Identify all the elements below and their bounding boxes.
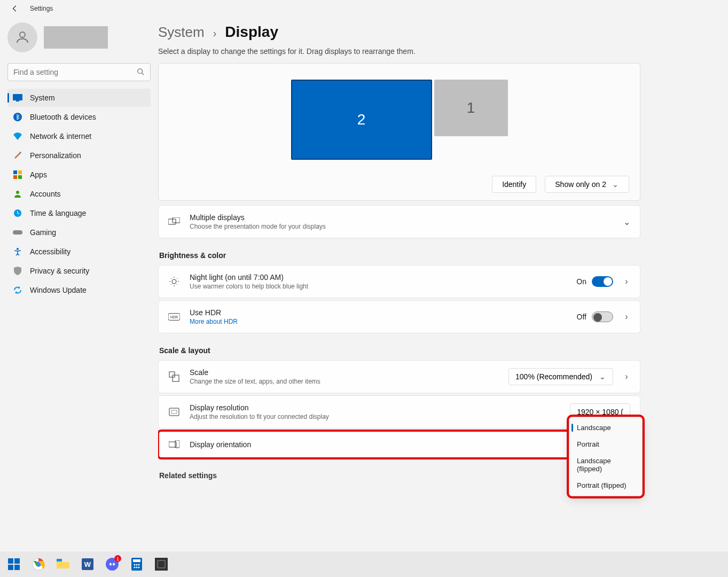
bluetooth-icon: [13, 112, 22, 122]
search-input[interactable]: [7, 63, 151, 81]
svg-rect-9: [13, 175, 17, 179]
back-button[interactable]: [11, 4, 19, 13]
section-scale: Scale & layout: [159, 346, 640, 355]
page-subhead: Select a display to change the settings …: [158, 47, 640, 56]
card-scale[interactable]: Scale Change the size of text, apps, and…: [158, 360, 640, 393]
nav-item-apps[interactable]: Apps: [7, 166, 151, 184]
night-light-toggle[interactable]: [592, 276, 613, 287]
game-icon[interactable]: [154, 557, 169, 572]
card-title: Use HDR: [190, 308, 567, 317]
dropdown-item-portrait[interactable]: Portrait: [569, 436, 642, 453]
card-title: Scale: [190, 368, 499, 377]
projection-dropdown[interactable]: Show only on 2 ⌄: [545, 176, 629, 193]
dropdown-item-landscape-flipped[interactable]: Landscape (flipped): [569, 453, 642, 477]
svg-rect-31: [171, 410, 177, 414]
profile-block[interactable]: [7, 22, 151, 52]
nav-item-privacy[interactable]: Privacy & security: [7, 262, 151, 280]
svg-point-48: [134, 564, 136, 566]
chevron-right-icon: ›: [623, 278, 630, 285]
nav-label: Accounts: [30, 190, 61, 198]
card-title: Night light (on until 7:00 AM): [190, 273, 567, 282]
file-explorer-icon[interactable]: [56, 557, 71, 572]
svg-rect-7: [13, 170, 17, 174]
calculator-icon[interactable]: [129, 557, 144, 572]
nav-item-accessibility[interactable]: Accessibility: [7, 243, 151, 261]
svg-point-49: [136, 564, 138, 566]
chrome-icon[interactable]: [31, 557, 46, 572]
nav-label: Gaming: [30, 228, 56, 237]
nav-label: Time & language: [30, 209, 86, 217]
svg-point-50: [138, 564, 140, 566]
card-title: Multiple displays: [190, 213, 613, 222]
nav-item-time[interactable]: Time & language: [7, 204, 151, 222]
svg-rect-34: [8, 558, 13, 564]
nav-item-network[interactable]: Network & internet: [7, 127, 151, 145]
nav-item-bluetooth[interactable]: Bluetooth & devices: [7, 108, 151, 126]
scale-select[interactable]: 100% (Recommended) ⌄: [508, 368, 613, 385]
nav-item-gaming[interactable]: Gaming: [7, 223, 151, 241]
hdr-link[interactable]: More about HDR: [190, 318, 567, 325]
svg-point-44: [109, 563, 112, 566]
card-multiple-displays[interactable]: Multiple displays Choose the presentatio…: [158, 205, 640, 238]
svg-rect-30: [169, 408, 179, 416]
hdr-toggle[interactable]: [592, 311, 613, 322]
card-resolution[interactable]: Display resolution Adjust the resolution…: [158, 395, 640, 428]
svg-text:HDR: HDR: [170, 315, 178, 319]
monitor-1[interactable]: 1: [434, 80, 508, 136]
word-icon[interactable]: W: [80, 557, 95, 572]
nav-item-update[interactable]: Windows Update: [7, 281, 151, 299]
card-night-light[interactable]: Night light (on until 7:00 AM) Use warme…: [158, 265, 640, 298]
paintbrush-icon: [13, 151, 22, 160]
nav-item-personalization[interactable]: Personalization: [7, 146, 151, 165]
update-icon: [13, 285, 22, 295]
breadcrumb-parent[interactable]: System: [158, 24, 205, 41]
scale-icon: [168, 371, 180, 383]
discord-icon[interactable]: 1: [105, 557, 120, 572]
nav-item-accounts[interactable]: Accounts: [7, 185, 151, 203]
resolution-value: 1920 × 1080 (: [577, 408, 623, 416]
dropdown-item-landscape[interactable]: Landscape: [569, 419, 642, 436]
card-title: Display resolution: [190, 403, 560, 412]
svg-line-24: [177, 278, 177, 279]
display-arrange-panel: 2 1 Identify Show only on 2 ⌄: [158, 63, 640, 201]
svg-rect-4: [16, 100, 19, 102]
accessibility-icon: [13, 247, 22, 256]
monitor-layout[interactable]: 2 1: [169, 80, 629, 176]
card-orientation[interactable]: Display orientation: [158, 431, 640, 458]
svg-point-17: [172, 279, 176, 284]
shield-icon: [13, 266, 22, 276]
svg-text:W: W: [84, 560, 91, 568]
svg-rect-36: [8, 565, 13, 570]
card-sub: Adjust the resolution to fit your connec…: [190, 413, 560, 420]
svg-line-2: [142, 73, 144, 75]
taskbar: W 1: [0, 551, 728, 577]
start-button[interactable]: [6, 557, 21, 572]
clock-icon: [13, 208, 22, 218]
monitor-2[interactable]: 2: [291, 80, 432, 160]
svg-line-23: [177, 284, 177, 285]
svg-line-25: [171, 284, 171, 285]
card-hdr[interactable]: HDR Use HDR More about HDR Off ›: [158, 300, 640, 333]
identify-button[interactable]: Identify: [492, 176, 536, 193]
app-title: Settings: [30, 5, 53, 12]
nav-item-system[interactable]: System: [7, 89, 151, 107]
dropdown-item-portrait-flipped[interactable]: Portrait (flipped): [569, 477, 642, 494]
svg-point-53: [138, 567, 140, 568]
card-sub: Change the size of text, apps, and other…: [190, 378, 499, 385]
orientation-dropdown-menu: Landscape Portrait Landscape (flipped) P…: [569, 417, 643, 496]
nav-label: Bluetooth & devices: [30, 113, 96, 121]
accounts-icon: [13, 189, 22, 199]
breadcrumb: System › Display: [158, 24, 640, 41]
toggle-state: On: [576, 277, 586, 286]
section-brightness: Brightness & color: [159, 251, 640, 260]
nav-label: Apps: [30, 170, 47, 179]
search-box[interactable]: [7, 63, 151, 81]
svg-rect-54: [155, 558, 168, 571]
svg-point-45: [113, 563, 115, 566]
orientation-icon: [168, 439, 180, 450]
night-light-icon: [168, 276, 180, 287]
system-icon: [13, 93, 22, 103]
arrange-actions: Identify Show only on 2 ⌄: [169, 176, 629, 193]
toggle-state: Off: [577, 313, 586, 321]
apps-icon: [13, 170, 22, 180]
